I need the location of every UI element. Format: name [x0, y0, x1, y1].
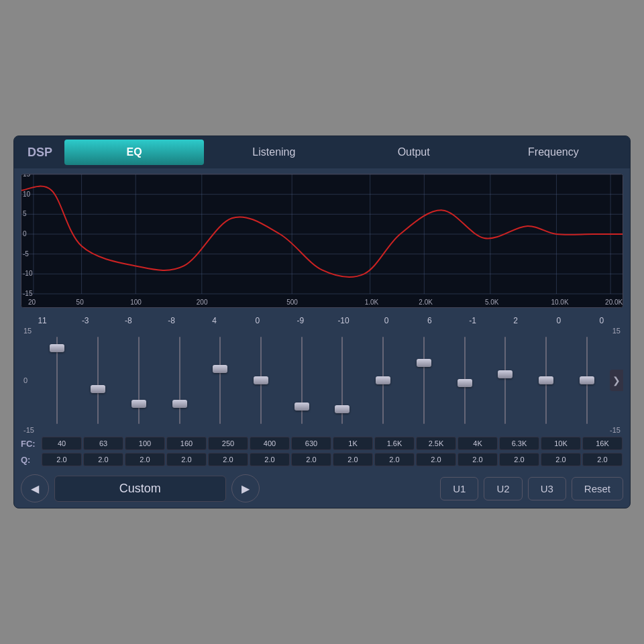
- fc-cell[interactable]: 400: [250, 437, 290, 450]
- tab-output[interactable]: Output: [344, 140, 484, 165]
- u2-button[interactable]: U2: [484, 477, 522, 500]
- fader-track[interactable]: [260, 337, 262, 424]
- fader-handle[interactable]: [417, 359, 431, 367]
- fader-container[interactable]: [485, 327, 526, 434]
- q-cell[interactable]: 2.0: [416, 453, 456, 466]
- fader-track[interactable]: [97, 337, 99, 424]
- fc-cell[interactable]: 160: [166, 437, 207, 450]
- q-cell[interactable]: 2.0: [208, 453, 248, 466]
- fader-track[interactable]: [179, 337, 180, 424]
- q-cell[interactable]: 2.0: [374, 453, 415, 466]
- reset-button[interactable]: Reset: [572, 477, 623, 500]
- sliders-area: 11-3-8-840-9-1006-1200 15 0 -15 15 0 -15…: [14, 313, 630, 466]
- fader-track[interactable]: [464, 337, 466, 424]
- q-cell[interactable]: 2.0: [166, 453, 207, 466]
- slider-value: -9: [279, 316, 322, 325]
- q-cell[interactable]: 2.0: [250, 453, 290, 466]
- fader-handle[interactable]: [580, 376, 594, 384]
- slider-value: 0: [537, 316, 580, 325]
- fader-handle[interactable]: [254, 376, 268, 384]
- fader-track[interactable]: [504, 337, 506, 424]
- sliders-row: 15 0 -15 15 0 -15: [21, 327, 623, 434]
- tab-eq[interactable]: EQ: [64, 140, 204, 165]
- slider-value: -3: [64, 316, 107, 325]
- eq-canvas: [21, 174, 623, 307]
- eq-graph[interactable]: [21, 174, 623, 308]
- q-cell[interactable]: 2.0: [541, 453, 581, 466]
- fader-handle[interactable]: [91, 385, 105, 393]
- fader-container[interactable]: [566, 327, 607, 434]
- header: DSP EQ Listening Output Frequency: [14, 136, 630, 168]
- fader-container[interactable]: [281, 327, 322, 434]
- fader-track[interactable]: [219, 337, 221, 424]
- fader-track[interactable]: [138, 337, 140, 424]
- slider-value: 2: [494, 316, 537, 325]
- fader-container[interactable]: [241, 327, 282, 434]
- q-cell[interactable]: 2.0: [125, 453, 165, 466]
- fc-cell[interactable]: 250: [208, 437, 248, 450]
- fader-track[interactable]: [545, 337, 547, 424]
- fader-container[interactable]: [526, 327, 567, 434]
- sliders-wrapper: 15 0 -15 15 0 -15 ❯: [21, 327, 623, 434]
- fc-cell[interactable]: 1.6K: [374, 437, 415, 450]
- fader-container[interactable]: [37, 327, 78, 434]
- fc-cell[interactable]: 6.3K: [499, 437, 539, 450]
- slider-value: 0: [580, 316, 623, 325]
- q-cell[interactable]: 2.0: [582, 453, 623, 466]
- fader-track[interactable]: [586, 337, 588, 424]
- q-cell[interactable]: 2.0: [333, 453, 373, 466]
- fader-handle[interactable]: [376, 376, 390, 384]
- fader-track[interactable]: [341, 337, 343, 424]
- slider-value: -8: [107, 316, 150, 325]
- u1-button[interactable]: U1: [440, 477, 478, 500]
- fc-row: FC: 40631001602504006301K1.6K2.5K4K6.3K1…: [21, 437, 623, 450]
- fader-handle[interactable]: [294, 402, 309, 411]
- fc-cell[interactable]: 630: [291, 437, 331, 450]
- fc-cell[interactable]: 63: [83, 437, 123, 450]
- fc-cell[interactable]: 1K: [333, 437, 373, 450]
- fader-container[interactable]: [118, 327, 159, 434]
- fader-container[interactable]: [363, 327, 404, 434]
- preset-name[interactable]: Custom: [54, 476, 226, 502]
- prev-button[interactable]: ◀: [21, 474, 49, 502]
- q-cell[interactable]: 2.0: [499, 453, 539, 466]
- fc-label: FC:: [21, 439, 41, 449]
- side-arrow[interactable]: ❯: [610, 370, 623, 391]
- slider-value: 4: [193, 316, 236, 325]
- fader-handle[interactable]: [335, 405, 350, 413]
- fader-handle[interactable]: [498, 370, 513, 378]
- fc-cell[interactable]: 16K: [582, 437, 623, 450]
- u3-button[interactable]: U3: [528, 477, 566, 500]
- tab-listening[interactable]: Listening: [204, 140, 343, 165]
- fader-handle[interactable]: [213, 365, 227, 373]
- fader-container[interactable]: [403, 327, 444, 434]
- fader-handle[interactable]: [172, 400, 187, 408]
- fader-container[interactable]: [200, 327, 241, 434]
- q-cell[interactable]: 2.0: [83, 453, 123, 466]
- fader-container[interactable]: [322, 327, 363, 434]
- fc-cell[interactable]: 40: [42, 437, 82, 450]
- dsp-label: DSP: [21, 146, 59, 160]
- q-cell[interactable]: 2.0: [458, 453, 498, 466]
- tab-frequency[interactable]: Frequency: [484, 140, 623, 165]
- fc-cell[interactable]: 4K: [458, 437, 498, 450]
- fader-track[interactable]: [56, 337, 58, 424]
- fader-track[interactable]: [301, 337, 303, 424]
- fader-container[interactable]: [444, 327, 485, 434]
- fader-track[interactable]: [382, 337, 384, 424]
- fader-container[interactable]: [159, 327, 200, 434]
- q-cell[interactable]: 2.0: [42, 453, 82, 466]
- q-cell[interactable]: 2.0: [291, 453, 331, 466]
- q-cells: 2.02.02.02.02.02.02.02.02.02.02.02.02.02…: [41, 453, 623, 466]
- next-button[interactable]: ▶: [231, 474, 260, 502]
- fader-track[interactable]: [423, 337, 425, 424]
- fader-handle[interactable]: [131, 400, 146, 408]
- fader-container[interactable]: [78, 327, 119, 434]
- fc-cell[interactable]: 100: [125, 437, 165, 450]
- fc-cell[interactable]: 10K: [541, 437, 581, 450]
- fader-handle[interactable]: [458, 379, 472, 387]
- fc-cell[interactable]: 2.5K: [416, 437, 456, 450]
- fader-handle[interactable]: [50, 344, 64, 352]
- scale-left: 15 0 -15: [21, 327, 37, 434]
- fader-handle[interactable]: [539, 376, 553, 384]
